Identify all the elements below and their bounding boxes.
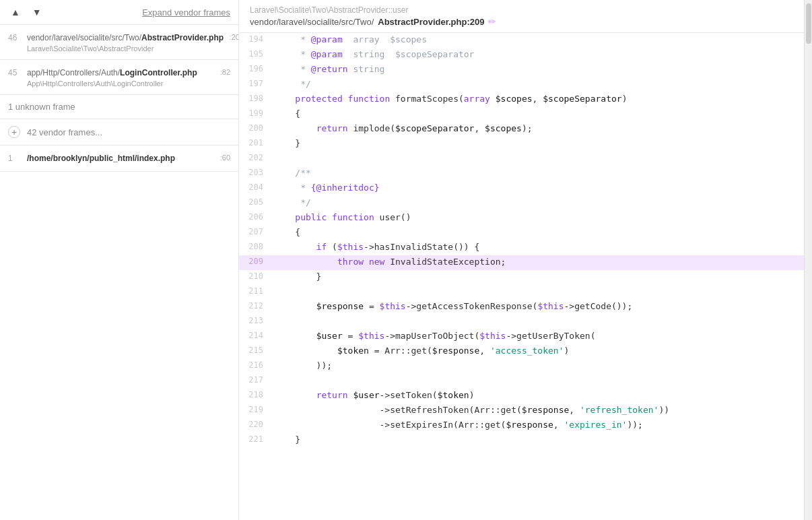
line-content-214: $user = $this->mapUserToObject($this->ge…	[274, 329, 804, 344]
line-content-201: }	[274, 137, 804, 152]
frame-number-45: 45	[8, 67, 27, 77]
code-line-221: 221 }	[239, 433, 804, 448]
code-line-218: 218 return $user->setToken($token)	[239, 389, 804, 403]
line-content-220: ->setExpiresIn(Arr::get($response, 'expi…	[274, 418, 804, 433]
code-header: Laravel\Socialite\Two\AbstractProvider::…	[239, 0, 804, 33]
line-content-195: * @param string $scopeSeparator	[274, 48, 804, 63]
right-panel: Laravel\Socialite\Two\AbstractProvider::…	[239, 0, 804, 520]
frame-class-45: App\Http\Controllers\Auth\LoginControlle…	[27, 79, 210, 88]
frame-item-vendor[interactable]: 46 vendor/laravel/socialite/src/Two/Abst…	[0, 25, 238, 59]
line-number-212: 212	[239, 300, 274, 315]
line-number-216: 216	[239, 359, 274, 374]
line-content-211	[274, 285, 804, 300]
add-icon: +	[8, 126, 20, 138]
top-nav: ▲ ▼ Expand vendor frames	[0, 0, 238, 25]
line-number-205: 205	[239, 196, 274, 211]
line-number-215: 215	[239, 344, 274, 359]
line-content-218: return $user->setToken($token)	[274, 389, 804, 403]
frame-group-app: 45 app/Http/Controllers/Auth/LoginContro…	[0, 60, 238, 95]
line-number-195: 195	[239, 48, 274, 63]
code-line-195: 195 * @param string $scopeSeparator	[239, 48, 804, 63]
code-line-204: 204 * {@inheritdoc}	[239, 181, 804, 196]
line-number-220: 220	[239, 418, 274, 433]
left-panel: ▲ ▼ Expand vendor frames 46 vendor/larav…	[0, 0, 239, 520]
line-number-214: 214	[239, 329, 274, 344]
vendor-frames-row[interactable]: + 42 vendor frames...	[0, 119, 238, 145]
code-line-215: 215 $token = Arr::get($response, 'access…	[239, 344, 804, 359]
line-content-212: $response = $this->getAccessTokenRespons…	[274, 300, 804, 315]
code-line-207: 207 {	[239, 226, 804, 240]
line-number-210: 210	[239, 270, 274, 285]
line-number-196: 196	[239, 63, 274, 77]
code-path-bottom: vendor/laravel/socialite/src/Two/Abstrac…	[250, 16, 793, 27]
frame-line-45: :82	[210, 67, 230, 76]
line-content-204: * {@inheritdoc}	[274, 181, 804, 196]
code-path-top: Laravel\Socialite\Two\AbstractProvider::…	[250, 5, 793, 15]
code-line-197: 197 */	[239, 77, 804, 92]
scrollbar-thumb	[806, 3, 811, 44]
line-content-210: }	[274, 270, 804, 285]
frame-line-46: :209	[224, 32, 239, 41]
line-number-202: 202	[239, 152, 274, 166]
code-line-196: 196 * @return string	[239, 63, 804, 77]
frame-filepath-45: app/Http/Controllers/Auth/	[27, 68, 120, 77]
line-content-200: return implode($scopeSeparator, $scopes)…	[274, 122, 804, 137]
line-number-200: 200	[239, 122, 274, 137]
code-line-216: 216 ));	[239, 359, 804, 374]
frame-file-45: app/Http/Controllers/Auth/LoginControlle…	[27, 67, 210, 79]
line-content-219: ->setRefreshToken(Arr::get($response, 'r…	[274, 403, 804, 418]
code-line-219: 219 ->setRefreshToken(Arr::get($response…	[239, 403, 804, 418]
line-number-207: 207	[239, 226, 274, 240]
line-content-205: */	[274, 196, 804, 211]
code-line-214: 214 $user = $this->mapUserToObject($this…	[239, 329, 804, 344]
line-number-218: 218	[239, 389, 274, 403]
line-number-198: 198	[239, 92, 274, 107]
code-line-200: 200 return implode($scopeSeparator, $sco…	[239, 122, 804, 137]
code-line-217: 217	[239, 374, 804, 389]
frame-filepath-46: vendor/laravel/socialite/src/Two/	[27, 33, 141, 42]
line-content-216: ));	[274, 359, 804, 374]
line-number-201: 201	[239, 137, 274, 152]
code-line-209: 209 throw new InvalidStateException;	[239, 255, 804, 270]
line-content-208: if ($this->hasInvalidState()) {	[274, 240, 804, 255]
frame-content-index: /home/brooklyn/public_html/index.php	[27, 152, 210, 164]
code-line-210: 210 }	[239, 270, 804, 285]
line-content-221: }	[274, 433, 804, 448]
line-number-219: 219	[239, 403, 274, 418]
code-line-211: 211	[239, 285, 804, 300]
code-line-212: 212 $response = $this->getAccessTokenRes…	[239, 300, 804, 315]
line-content-194: * @param array $scopes	[274, 33, 804, 48]
down-arrow-button[interactable]: ▼	[30, 5, 44, 19]
frame-filename-45: LoginController.php	[120, 68, 197, 77]
code-path-bottom-prefix: vendor/laravel/socialite/src/Two/	[250, 17, 374, 27]
line-content-215: $token = Arr::get($response, 'access_tok…	[274, 344, 804, 359]
code-line-198: 198 protected function formatScopes(arra…	[239, 92, 804, 107]
code-line-205: 205 */	[239, 196, 804, 211]
line-content-198: protected function formatScopes(array $s…	[274, 92, 804, 107]
frame-item-index[interactable]: 1 /home/brooklyn/public_html/index.php :…	[0, 145, 238, 171]
line-number-213: 213	[239, 315, 274, 329]
line-content-196: * @return string	[274, 63, 804, 77]
frame-number-46: 46	[8, 32, 27, 42]
code-area: 194 * @param array $scopes 195 * @param …	[239, 33, 804, 520]
scrollbar-right[interactable]	[804, 0, 812, 520]
frame-file-46: vendor/laravel/socialite/src/Two/Abstrac…	[27, 32, 224, 44]
frame-item-app[interactable]: 45 app/Http/Controllers/Auth/LoginContro…	[0, 60, 238, 94]
line-content-207: {	[274, 226, 804, 240]
frame-group-index: 1 /home/brooklyn/public_html/index.php :…	[0, 145, 238, 172]
unknown-frame-row: 1 unknown frame	[0, 95, 238, 119]
frame-class-46: Laravel\Socialite\Two\AbstractProvider	[27, 44, 224, 53]
line-number-204: 204	[239, 181, 274, 196]
edit-icon[interactable]: ✏	[488, 16, 496, 27]
code-path-bold: AbstractProvider.php:209	[378, 17, 484, 27]
expand-vendor-frames-link[interactable]: Expand vendor frames	[142, 7, 230, 18]
code-line-203: 203 /**	[239, 166, 804, 181]
line-number-197: 197	[239, 77, 274, 92]
code-line-194: 194 * @param array $scopes	[239, 33, 804, 48]
line-content-202	[274, 152, 804, 166]
code-line-208: 208 if ($this->hasInvalidState()) {	[239, 240, 804, 255]
code-path-top-text: Laravel\Socialite\Two\AbstractProvider::…	[250, 5, 408, 15]
line-content-217	[274, 374, 804, 389]
up-arrow-button[interactable]: ▲	[8, 5, 23, 19]
line-content-203: /**	[274, 166, 804, 181]
